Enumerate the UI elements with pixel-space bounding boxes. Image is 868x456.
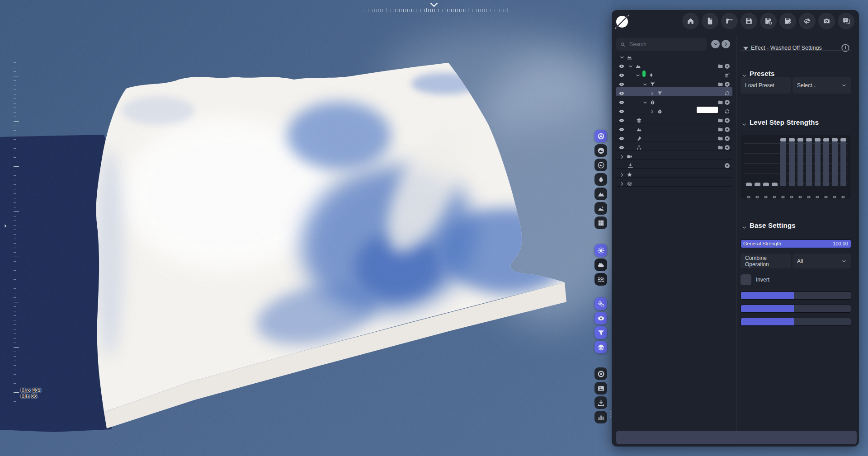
folder-button[interactable] [717,116,723,122]
lighting-button[interactable] [594,244,607,257]
rebuild-button[interactable] [799,13,816,29]
layers-plus-button[interactable] [724,71,730,77]
tree-collapse-chevron[interactable] [642,98,648,103]
tree-row-biomes[interactable] [616,60,732,69]
visibility-eye-icon[interactable] [618,98,625,104]
level-bar-handle[interactable] [780,138,786,141]
tree-row-options[interactable] [616,178,732,187]
load-preset-dropdown[interactable]: Select... [793,77,851,94]
tree-row-mask-layers[interactable] [616,132,732,141]
level-bar-handle[interactable] [832,138,838,141]
new-file-button[interactable] [702,13,718,29]
save-button[interactable] [741,13,757,29]
terrain-effects-button[interactable] [594,202,607,215]
image-export-button[interactable] [594,382,607,395]
level-bar[interactable] [789,141,795,186]
stats-button[interactable] [594,411,607,423]
folder-button[interactable] [717,80,723,86]
general-strength-slider[interactable]: General Strength 100.00 [741,240,851,248]
tree-collapse-chevron[interactable] [635,71,641,76]
plus-button[interactable] [724,98,730,104]
tree-row-simulation-layers[interactable] [616,141,732,150]
help-button[interactable]: ? [838,13,854,29]
plus-button[interactable] [724,116,730,122]
refresh-button[interactable] [724,107,730,113]
plus-button[interactable] [724,125,730,131]
plus-button[interactable] [724,80,730,86]
plus-button[interactable] [724,161,730,167]
level-bar-handle[interactable] [746,183,752,186]
base-settings-section-header[interactable]: Base Settings [741,221,851,230]
tree-row-color[interactable] [616,105,732,114]
level-step-section-header[interactable]: Level Step Strengths [741,118,851,127]
level-bar[interactable] [840,141,846,186]
tree-row-filters[interactable] [616,78,732,87]
level-eye-toggle[interactable] [789,193,794,197]
viewport-3d[interactable]: Max 184 Min 36 › [0,0,612,456]
level-bar[interactable] [832,141,838,186]
level-bar-handle[interactable] [789,138,795,141]
tree-collapse-chevron[interactable] [628,62,633,67]
left-panel-expand-arrow[interactable]: › [4,221,6,229]
tree-collapse-chevron[interactable] [619,53,625,58]
visibility-eye-icon[interactable] [618,71,625,77]
tree-row-export[interactable] [616,160,732,169]
tree-row-terrain[interactable] [616,51,732,60]
terrain-outline-button[interactable] [594,159,607,171]
grid-button[interactable] [594,216,607,229]
save-edit-button[interactable] [779,13,796,29]
tree-expand-chevron[interactable] [619,152,625,158]
level-bar-handle[interactable] [755,183,760,186]
visibility-eye-icon[interactable] [618,107,625,113]
folder-button[interactable] [717,134,723,140]
tree-row-presets[interactable] [616,169,732,178]
folder-button[interactable] [717,62,723,68]
color-swatch[interactable] [697,107,718,113]
folder-button[interactable] [717,125,723,131]
level-bar[interactable] [806,141,812,186]
tree-row-scene[interactable] [616,150,732,160]
level-eye-toggle[interactable] [746,193,751,197]
level-bar-handle[interactable] [772,183,778,186]
tree-expand-chevron[interactable] [650,89,655,94]
invert-checkbox[interactable] [741,274,751,285]
tree-row-shape-layers[interactable] [616,123,732,132]
visibility-eye-icon[interactable] [618,134,625,140]
tree-expand-chevron[interactable] [619,179,625,185]
view-gizmo-button[interactable] [594,130,607,142]
record-button[interactable] [594,367,607,380]
level-eye-toggle[interactable] [824,193,829,197]
level-eye-toggle[interactable] [755,193,760,197]
tree-row-materials[interactable] [616,96,732,105]
level-eye-toggle[interactable] [807,193,811,197]
level-eye-toggle[interactable] [772,193,777,197]
water-button[interactable] [594,173,607,186]
plus-button[interactable] [724,134,730,140]
level-bar-handle[interactable] [823,138,829,141]
settings-gears-button[interactable] [594,297,607,310]
length-slider[interactable] [741,305,851,313]
layers-button[interactable] [594,341,607,353]
rotation-slider[interactable] [741,291,851,300]
level-bar-handle[interactable] [815,138,821,141]
tree-expand-chevron[interactable] [650,107,655,113]
tree-row-biome-layers[interactable] [616,114,732,123]
mountain-view-button[interactable] [594,188,607,200]
level-bar[interactable] [797,141,803,186]
tree-row-effect-washed-off[interactable] [616,87,732,96]
collapse-all-button[interactable] [711,40,720,48]
settings-toggle-button[interactable] [840,43,850,53]
visibility-button[interactable] [594,312,607,324]
app-logo[interactable] [616,16,628,28]
plus-button[interactable] [724,143,730,149]
home-button[interactable] [682,13,699,29]
filters-button[interactable] [594,326,607,339]
level-bar[interactable] [815,141,821,186]
visibility-eye-icon[interactable] [618,143,625,149]
terrain-shaded-button[interactable] [594,144,607,157]
visibility-eye-icon[interactable] [618,116,625,122]
open-project-button[interactable] [721,13,738,29]
waves-button[interactable] [594,273,607,286]
level-eye-toggle[interactable] [781,193,786,197]
visibility-eye-icon[interactable] [618,80,625,86]
